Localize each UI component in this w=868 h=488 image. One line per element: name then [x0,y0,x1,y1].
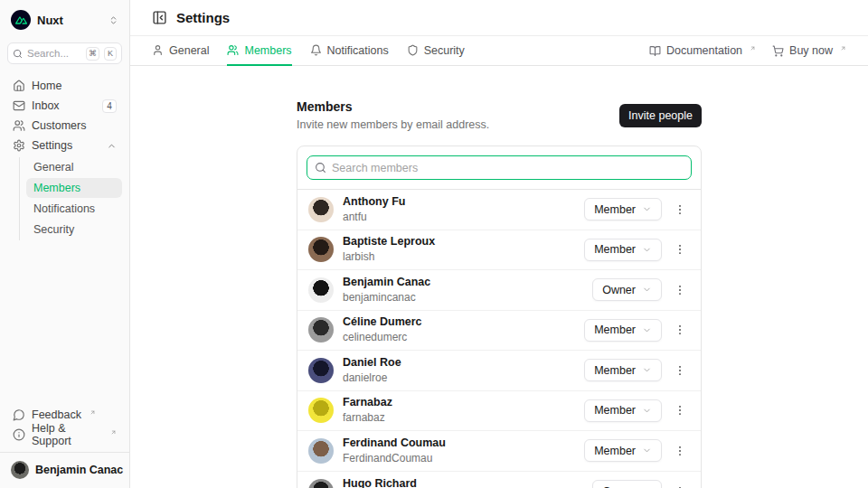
sidebar-item-general[interactable]: General [26,157,122,177]
sidebar-footer: Feedback Help & Support Benjamin Canac [7,405,122,479]
members-search-section [297,146,701,190]
header-actions: Documentation Buy now [649,36,846,65]
chat-icon [13,408,25,421]
role-select[interactable]: Member [584,399,662,422]
sidebar-item-home[interactable]: Home [7,76,122,96]
kebab-icon [674,404,686,417]
book-icon [649,45,661,57]
sidebar-item-label: Notifications [33,202,95,215]
row-actions-menu[interactable] [670,361,690,380]
user-menu[interactable]: Benjamin Canac [7,453,122,479]
settings-submenu: General Members Notifications Security [19,157,122,240]
sidebar-item-customers[interactable]: Customers [7,116,122,136]
role-label: Owner [602,284,636,296]
member-row: Céline Dumerc celinedumerc Member [297,311,701,352]
member-name: Baptiste Leproux [343,235,435,249]
members-list: Anthony Fu antfu Member Baptiste Leproux… [297,190,701,488]
tab-members[interactable]: Members [227,36,291,66]
buy-now-label: Buy now [789,44,833,57]
member-row: Farnabaz farnabaz Member [297,391,701,432]
tab-label: Notifications [327,44,389,57]
buy-now-link[interactable]: Buy now [772,44,846,57]
role-select[interactable]: Member [584,319,662,342]
invite-people-button[interactable]: Invite people [619,104,702,127]
row-actions-menu[interactable] [670,280,690,300]
workspace-switcher[interactable]: Nuxt [7,9,122,31]
row-actions-menu[interactable] [670,482,690,488]
collapse-sidebar-icon[interactable] [152,10,167,25]
sidebar-item-settings[interactable]: Settings [7,136,122,155]
member-username: farnabaz [343,411,392,425]
inbox-count-badge: 4 [102,99,117,113]
member-row: Baptiste Leproux larbish Member [297,230,701,271]
tab-notifications[interactable]: Notifications [310,36,389,66]
nuxt-logo-icon [11,10,31,30]
role-label: Member [594,364,636,377]
member-meta: Benjamin Canac benjamincanac [343,276,430,305]
user-icon [152,44,164,56]
row-actions-menu[interactable] [670,320,690,340]
search-icon [13,49,23,59]
tab-general[interactable]: General [152,36,209,66]
chevron-down-icon [642,245,652,255]
role-select[interactable]: Member [584,239,662,261]
users-icon [227,44,239,56]
role-select[interactable]: Member [584,439,662,462]
section-description: Invite new members by email address. [297,118,489,131]
help-support-label: Help & Support [32,422,102,447]
member-name: Benjamin Canac [343,276,430,290]
sidebar: Nuxt Search... ⌘ K Home Inbox 4 Customer… [0,0,130,488]
search-icon [315,162,326,174]
role-select[interactable]: Member [584,359,662,381]
sidebar-item-security[interactable]: Security [26,220,122,239]
member-meta: Ferdinand Coumau FerdinandCoumau [343,436,446,465]
kbd-k: K [104,47,117,61]
member-name: Anthony Fu [343,195,405,210]
sidebar-search-button[interactable]: Search... ⌘ K [7,42,122,64]
workspace-name: Nuxt [37,14,63,27]
tab-security[interactable]: Security [407,36,465,66]
avatar [11,461,29,479]
role-label: Member [594,445,636,457]
documentation-link[interactable]: Documentation [649,44,756,57]
user-name: Benjamin Canac [35,464,123,476]
row-actions-menu[interactable] [670,200,690,220]
member-meta: Daniel Roe danielroe [343,356,401,385]
member-name: Farnabaz [343,396,392,410]
sidebar-item-members[interactable]: Members [26,178,122,198]
chevron-down-icon [642,325,652,335]
chevron-down-icon [642,365,652,375]
member-meta: Céline Dumerc celinedumerc [343,315,422,344]
row-actions-menu[interactable] [670,441,690,461]
row-actions-menu[interactable] [670,400,690,420]
avatar [308,479,334,488]
kebab-icon [674,364,686,377]
sidebar-item-notifications[interactable]: Notifications [26,199,122,219]
main-panel: Settings General Members Notifications S… [130,0,868,488]
external-link-icon [90,409,96,416]
chevron-down-icon [642,446,652,455]
sidebar-item-inbox[interactable]: Inbox 4 [7,96,122,116]
documentation-label: Documentation [666,44,742,57]
role-select[interactable]: Member [584,198,662,221]
member-meta: Anthony Fu antfu [343,195,405,224]
chevron-down-icon [642,406,652,416]
avatar [308,277,334,303]
kebab-icon [674,203,686,216]
member-name: Céline Dumerc [343,315,422,330]
role-select[interactable]: Owner [592,480,662,488]
kebab-icon [674,284,686,296]
member-row: Hugo Richard hugorcd Owner [297,472,701,488]
content-area: Members Invite new members by email addr… [130,66,868,488]
sidebar-item-label: Inbox [32,99,60,112]
search-members-input[interactable] [332,162,684,174]
row-actions-menu[interactable] [670,239,690,259]
role-select[interactable]: Owner [592,278,662,301]
member-row: Benjamin Canac benjamincanac Owner [297,270,701,311]
help-support-link[interactable]: Help & Support [7,425,122,445]
member-name: Hugo Richard [343,477,417,488]
chevron-down-icon [642,285,652,295]
member-name: Daniel Roe [343,356,401,371]
external-link-icon [110,429,117,436]
tab-label: Security [424,44,465,57]
